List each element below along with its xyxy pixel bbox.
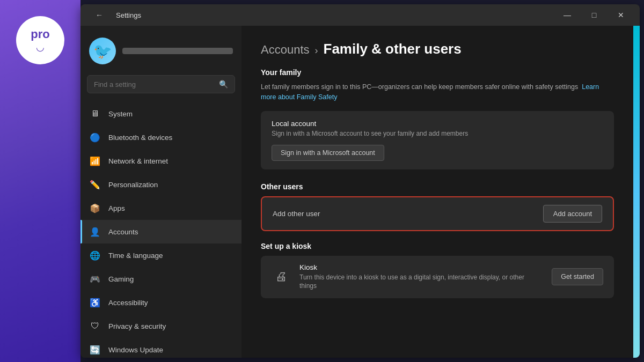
time-icon: 🌐 bbox=[89, 249, 101, 261]
accessibility-icon: ♿ bbox=[89, 297, 101, 308]
kiosk-title: Kiosk bbox=[299, 263, 543, 271]
nav-label-winupdate: Windows Update bbox=[108, 346, 163, 354]
pro-logo: pro ◡ bbox=[16, 16, 64, 64]
main-content: Accounts › Family & other users Your fam… bbox=[241, 26, 633, 358]
nav-label-network: Network & internet bbox=[108, 157, 168, 165]
kiosk-section: Set up a kiosk 🖨 Kiosk Turn this device … bbox=[261, 242, 614, 299]
search-bar[interactable]: 🔍 bbox=[87, 75, 235, 93]
breadcrumb-separator: › bbox=[315, 45, 318, 56]
search-input[interactable] bbox=[94, 80, 215, 88]
maximize-button[interactable]: □ bbox=[582, 6, 606, 24]
breadcrumb-current: Family & other users bbox=[324, 41, 462, 57]
kiosk-section-title: Set up a kiosk bbox=[261, 242, 614, 250]
nav-item-winupdate[interactable]: 🔄 Windows Update bbox=[80, 338, 241, 358]
nav-item-network[interactable]: 📶 Network & internet bbox=[80, 149, 241, 173]
search-icon: 🔍 bbox=[219, 80, 228, 88]
nav-label-gaming: Gaming bbox=[108, 275, 134, 283]
get-started-button[interactable]: Get started bbox=[552, 268, 603, 285]
kiosk-card: 🖨 Kiosk Turn this device into a kiosk to… bbox=[261, 256, 614, 299]
your-family-title: Your family bbox=[261, 68, 614, 77]
winupdate-icon: 🔄 bbox=[89, 344, 101, 356]
settings-window: ← Settings — □ ✕ 🐦 🔍 🖥 System bbox=[80, 4, 640, 358]
local-account-desc: Sign in with a Microsoft account to see … bbox=[272, 130, 603, 137]
nav-label-apps: Apps bbox=[108, 204, 125, 212]
close-button[interactable]: ✕ bbox=[609, 6, 633, 24]
your-family-subtitle: Let family members sign in to this PC—or… bbox=[261, 82, 614, 102]
nav-item[interactable]: 🖥 System bbox=[80, 102, 241, 125]
other-users-title: Other users bbox=[261, 182, 614, 191]
kiosk-icon: 🖨 bbox=[272, 267, 291, 286]
window-controls: — □ ✕ bbox=[555, 6, 633, 24]
bluetooth-icon: 🔵 bbox=[89, 131, 101, 143]
network-icon: 📶 bbox=[89, 155, 101, 167]
nav-label-bluetooth: Bluetooth & devices bbox=[108, 134, 172, 142]
nav-label-accessibility: Accessibility bbox=[108, 299, 148, 307]
pro-logo-smile: ◡ bbox=[36, 41, 45, 53]
system-icon: 🖥 bbox=[89, 108, 101, 120]
gaming-icon: 🎮 bbox=[89, 273, 101, 285]
local-account-title: Local account bbox=[272, 120, 603, 128]
nav-label-privacy: Privacy & security bbox=[108, 322, 166, 330]
left-background: pro ◡ bbox=[0, 0, 80, 362]
right-background bbox=[633, 26, 640, 358]
nav-item-bluetooth[interactable]: 🔵 Bluetooth & devices bbox=[80, 125, 241, 149]
nav-item-time[interactable]: 🌐 Time & language bbox=[80, 243, 241, 267]
nav-label-system: System bbox=[108, 110, 133, 118]
minimize-button[interactable]: — bbox=[555, 6, 580, 24]
content-area: 🐦 🔍 🖥 System 🔵 Bluetooth & devices 📶 Net… bbox=[80, 26, 640, 358]
nav-label-accounts: Accounts bbox=[108, 228, 138, 236]
kiosk-desc: Turn this device into a kiosk to use as … bbox=[299, 273, 543, 291]
nav-item-accounts[interactable]: 👤 Accounts bbox=[80, 220, 241, 243]
add-account-button[interactable]: Add account bbox=[543, 205, 602, 223]
pro-logo-text: pro bbox=[31, 27, 49, 41]
personalization-icon: ✏️ bbox=[89, 179, 101, 190]
add-other-user-label: Add other user bbox=[273, 210, 320, 218]
user-profile: 🐦 bbox=[80, 32, 241, 75]
apps-icon: 📦 bbox=[89, 202, 101, 214]
nav-item-apps[interactable]: 📦 Apps bbox=[80, 196, 241, 220]
window-title: Settings bbox=[116, 11, 551, 19]
nav-item-gaming[interactable]: 🎮 Gaming bbox=[80, 267, 241, 291]
nav-label-time: Time & language bbox=[108, 252, 163, 260]
kiosk-text: Kiosk Turn this device into a kiosk to u… bbox=[299, 263, 543, 291]
breadcrumb: Accounts › Family & other users bbox=[261, 41, 614, 57]
sign-in-microsoft-button[interactable]: Sign in with a Microsoft account bbox=[272, 145, 384, 161]
breadcrumb-parent: Accounts bbox=[261, 43, 310, 57]
nav-label-personalization: Personalization bbox=[108, 181, 158, 189]
title-bar: ← Settings — □ ✕ bbox=[80, 4, 640, 26]
nav-item-privacy[interactable]: 🛡 Privacy & security bbox=[80, 314, 241, 338]
nav-item-personalization[interactable]: ✏️ Personalization bbox=[80, 173, 241, 196]
add-other-user-row: Add other user Add account bbox=[261, 196, 614, 231]
accounts-icon: 👤 bbox=[89, 226, 101, 238]
sidebar: 🐦 🔍 🖥 System 🔵 Bluetooth & devices 📶 Net… bbox=[80, 26, 241, 358]
user-name-blurred bbox=[122, 48, 233, 54]
privacy-icon: 🛡 bbox=[89, 320, 101, 332]
nav-item-accessibility[interactable]: ♿ Accessibility bbox=[80, 291, 241, 314]
local-account-card: Local account Sign in with a Microsoft a… bbox=[261, 111, 614, 169]
avatar: 🐦 bbox=[89, 38, 116, 64]
back-button[interactable]: ← bbox=[87, 6, 112, 24]
other-users-section: Other users Add other user Add account bbox=[261, 182, 614, 231]
